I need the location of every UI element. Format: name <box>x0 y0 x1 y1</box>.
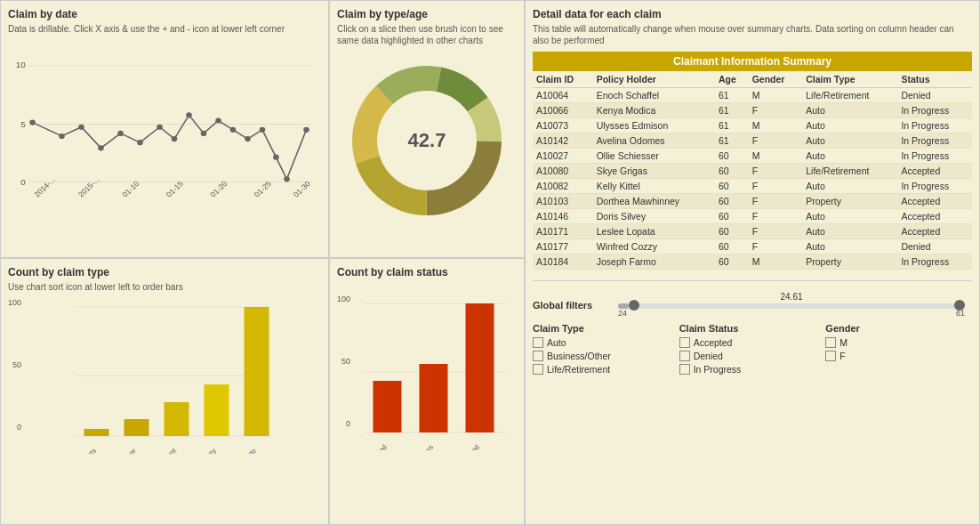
svg-text:Property: Property <box>193 447 218 454</box>
table-row: A10027Ollie Schiesser60MAutoIn Progress <box>533 149 972 164</box>
svg-point-21 <box>284 176 290 182</box>
svg-text:10: 10 <box>16 60 26 69</box>
checkbox-denied-label: Denied <box>694 351 723 361</box>
slider-track[interactable] <box>618 303 965 309</box>
svg-rect-54 <box>374 381 402 432</box>
global-filters-row: Global filters 24.61 24 61 <box>533 292 972 318</box>
table-row: A10103Dorthea Mawhinney60FPropertyAccept… <box>533 194 972 209</box>
donut-chart[interactable]: 42.7 <box>337 52 517 230</box>
table-row: A10073Ulysses Edmison61MAutoIn Progress <box>533 118 972 133</box>
detail-data-subtitle: This table will automatically change whe… <box>533 23 972 46</box>
col-policy-holder[interactable]: Policy Holder <box>593 71 715 88</box>
svg-rect-43 <box>165 402 189 436</box>
svg-point-17 <box>230 127 237 133</box>
y-axis-labels-status: 100 50 0 <box>337 295 354 428</box>
svg-text:5: 5 <box>20 119 26 129</box>
col-claim-id[interactable]: Claim ID <box>533 71 593 88</box>
svg-rect-55 <box>420 364 448 432</box>
checkbox-accepted-box[interactable] <box>679 337 690 348</box>
detail-data-panel: Detail data for each claim This table wi… <box>525 0 980 525</box>
svg-text:Denied: Denied <box>367 443 389 450</box>
checkbox-m-label: M <box>839 337 847 348</box>
svg-point-13 <box>172 136 178 141</box>
svg-rect-41 <box>84 429 109 436</box>
checkbox-denied: Denied <box>679 351 826 361</box>
table-row: A10142Avelina Odomes61FAutoIn Progress <box>533 133 972 149</box>
checkbox-m: M <box>825 337 972 348</box>
table-row: A10066Kenya Modica61FAutoIn Progress <box>533 103 972 118</box>
checkbox-in-progress-label: In Progress <box>694 364 742 375</box>
checkbox-auto-box[interactable] <box>533 337 543 348</box>
slider-thumb-right[interactable] <box>954 300 965 311</box>
svg-point-8 <box>78 125 84 130</box>
checkbox-f-box[interactable] <box>825 351 836 361</box>
svg-point-18 <box>245 136 251 141</box>
col-gender[interactable]: Gender <box>749 71 803 88</box>
svg-point-14 <box>186 112 192 117</box>
col-status[interactable]: Status <box>897 71 972 88</box>
svg-text:Life/Retirement: Life/Retirement <box>138 447 178 454</box>
svg-rect-44 <box>205 384 229 436</box>
claimant-table: Claim ID Policy Holder Age Gender Claim … <box>533 71 972 270</box>
checkbox-in-progress-box[interactable] <box>679 364 690 375</box>
claim-status-filter-title: Claim Status <box>679 323 826 334</box>
count-by-claim-type-chart[interactable]: 100 50 0 <box>8 298 321 456</box>
count-by-claim-status-chart[interactable]: 100 50 0 Denied In Progress <box>337 295 517 452</box>
svg-point-10 <box>117 131 124 136</box>
checkbox-business-other: Business/Other <box>533 351 679 361</box>
svg-text:Accepted: Accepted <box>454 443 481 450</box>
gender-filter-col: Gender M F <box>825 323 972 377</box>
table-row: A10080Skye Grigas60FLife/RetirementAccep… <box>533 164 972 179</box>
table-row: A10177Winfred Cozzy60FAutoDenied <box>533 239 972 254</box>
svg-text:01-25: 01-25 <box>253 179 273 198</box>
svg-point-9 <box>98 145 104 150</box>
checkbox-denied-box[interactable] <box>679 351 690 361</box>
svg-point-6 <box>29 119 36 125</box>
svg-text:01-15: 01-15 <box>165 179 185 198</box>
svg-text:01-10: 01-10 <box>120 179 141 198</box>
col-age[interactable]: Age <box>715 71 749 88</box>
claim-by-date-panel: Claim by date Data is drillable. Click X… <box>0 0 329 258</box>
claim-status-filter-col: Claim Status Accepted Denied In Progress <box>679 323 826 377</box>
checkbox-life-retirement-box[interactable] <box>533 364 543 375</box>
slider-min: 24 <box>618 309 627 318</box>
svg-point-11 <box>137 140 143 145</box>
svg-text:2014-...: 2014-... <box>32 175 57 199</box>
svg-rect-56 <box>466 303 494 432</box>
svg-text:2015-...: 2015-... <box>76 175 101 199</box>
line-chart[interactable]: 10 5 0 <box>8 40 321 202</box>
slider-fill <box>618 303 629 309</box>
col-claim-type[interactable]: Claim Type <box>802 71 897 88</box>
table-row: A10064Enoch Schaffel61MLife/RetirementDe… <box>533 88 972 103</box>
claim-by-type-age-subtitle: Click on a slice then use brush icon to … <box>337 23 517 46</box>
svg-text:Power Sports: Power Sports <box>62 447 98 454</box>
svg-point-19 <box>260 127 266 133</box>
claim-by-type-age-title: Claim by type/age <box>337 8 517 20</box>
table-row: A10171Leslee Lopata60FAutoAccepted <box>533 224 972 239</box>
checkbox-business-other-box[interactable] <box>533 351 543 361</box>
count-by-claim-type-title: Count by claim type <box>8 266 321 279</box>
claimant-table-header: Claimant Information Summary <box>533 52 972 71</box>
table-row: A10146Doris Silvey60FAutoAccepted <box>533 209 972 224</box>
claim-type-filter-title: Claim Type <box>533 323 679 334</box>
svg-text:42.7: 42.7 <box>408 129 446 151</box>
svg-text:Business/Other: Business/Other <box>98 447 138 454</box>
checkbox-auto-label: Auto <box>547 337 566 348</box>
y-axis-labels-claim-type: 100 50 0 <box>8 298 25 432</box>
claim-by-date-title: Claim by date <box>8 8 321 20</box>
count-by-claim-type-subtitle: Use chart sort icon at lower left to ord… <box>8 281 321 293</box>
claim-type-filter-col: Claim Type Auto Business/Other Life/Reti… <box>533 323 679 377</box>
checkbox-business-other-label: Business/Other <box>547 351 611 361</box>
table-row: A10082Kelly Kittel60FAutoIn Progress <box>533 179 972 194</box>
detail-data-title: Detail data for each claim <box>533 8 972 20</box>
svg-point-16 <box>215 117 221 123</box>
svg-point-20 <box>273 155 279 160</box>
svg-point-12 <box>157 125 163 130</box>
svg-text:01-20: 01-20 <box>208 179 229 198</box>
checkbox-m-box[interactable] <box>825 337 836 348</box>
svg-text:Auto: Auto <box>242 447 258 454</box>
svg-rect-42 <box>125 419 149 436</box>
table-row: A10184Joseph Farmo60MPropertyIn Progress <box>533 254 972 270</box>
slider-thumb-left[interactable] <box>629 300 639 311</box>
count-by-claim-status-title: Count by claim status <box>337 266 517 279</box>
